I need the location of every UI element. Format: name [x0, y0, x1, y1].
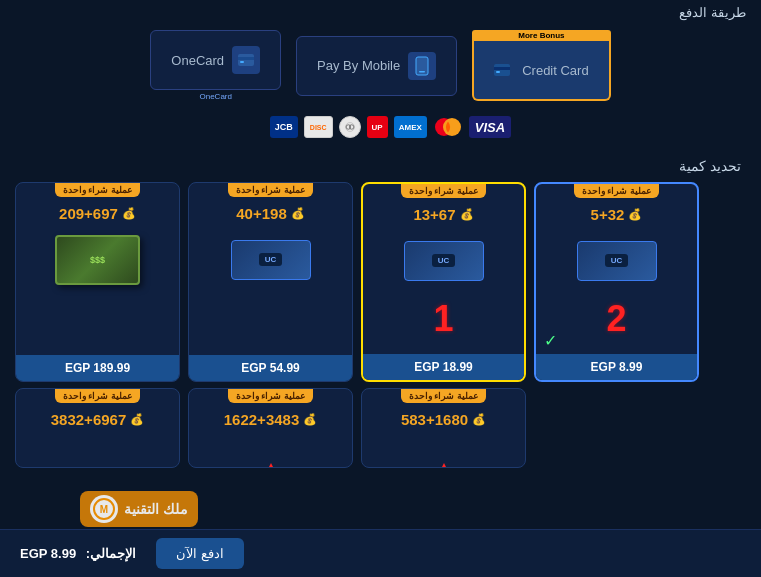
- onecard-option[interactable]: OneCard: [150, 30, 281, 90]
- uc-chip-icon: UC: [231, 240, 311, 280]
- uc-card-1[interactable]: عملية شراء واحدة 209+697 💰 $$$ EGP 189.9…: [15, 182, 180, 382]
- creditcard-wrapper: More Bonus Credit Card: [472, 30, 610, 101]
- bottom-amount-2: 1622+3483 💰: [224, 411, 318, 428]
- svg-point-12: [443, 118, 461, 136]
- uc-card-4[interactable]: عملية شراء واحدة 5+32 💰 UC EGP 8.99 ✓ 2: [534, 182, 699, 382]
- paymobile-option[interactable]: Pay By Mobile: [296, 36, 457, 96]
- bottom-card-2[interactable]: عملية شراء واحدة 1622+3483 💰: [188, 388, 353, 468]
- uc-image-3: UC: [399, 233, 489, 288]
- cash-image-1: $$$: [53, 232, 143, 287]
- uc-image-4: UC: [572, 233, 662, 288]
- mastercard-logo: [433, 117, 463, 137]
- bottom-badge-2: عملية شراء واحدة: [228, 389, 313, 403]
- svg-rect-6: [494, 67, 510, 70]
- bottom-cards-row: عملية شراء واحدة 3832+6967 💰 عملية شراء …: [0, 388, 761, 468]
- card-badge-3: عملية شراء واحدة: [401, 184, 486, 198]
- card-amount-3: 13+67 💰: [413, 206, 473, 223]
- onecard-label: OneCard: [171, 53, 224, 68]
- bottom-badge-1: عملية شراء واحدة: [55, 389, 140, 403]
- unionpay-logo: UP: [367, 116, 388, 138]
- jcb-logo: JCB: [270, 116, 298, 138]
- card-price-3: EGP 18.99: [363, 354, 524, 380]
- card-price-2: EGP 54.99: [189, 355, 352, 381]
- card-amount-4: 5+32 💰: [591, 206, 643, 223]
- cards-grid: عملية شراء واحدة 209+697 💰 $$$ EGP 189.9…: [0, 182, 761, 382]
- amex-logo: AMEX: [394, 116, 427, 138]
- card-amount-2: 40+198 💰: [236, 205, 304, 222]
- uc-card-2[interactable]: عملية شراء واحدة 40+198 💰 UC EGP 54.99: [188, 182, 353, 382]
- svg-text:M: M: [100, 504, 108, 515]
- more-bonus-tag: More Bonus: [472, 30, 610, 41]
- onecard-sub: OneCard: [150, 92, 281, 101]
- footer-total: الإجمالي: EGP 8.99: [20, 546, 136, 561]
- diners-logo: [339, 116, 361, 138]
- paymobile-icon: [408, 52, 436, 80]
- arrow-up-2: [255, 463, 287, 468]
- card-badge-4: عملية شراء واحدة: [574, 184, 659, 198]
- paymobile-label: Pay By Mobile: [317, 58, 400, 73]
- bottom-amount-3: 583+1680 💰: [401, 411, 486, 428]
- watermark-logo: M: [90, 495, 118, 523]
- creditcard-label: Credit Card: [522, 63, 588, 78]
- check-mark-4: ✓: [544, 331, 557, 350]
- bottom-amount-1: 3832+6967 💰: [51, 411, 145, 428]
- uc-chip-icon-4: UC: [577, 241, 657, 281]
- section-title: تحديد كمية: [0, 146, 761, 182]
- paymobile-wrapper: Pay By Mobile: [296, 36, 457, 96]
- uc-image-2: UC: [226, 232, 316, 287]
- creditcard-option[interactable]: Credit Card: [472, 41, 610, 101]
- cash-bundle-icon: $$$: [55, 235, 140, 285]
- card-badge-1: عملية شراء واحدة: [55, 183, 140, 197]
- svg-point-8: [345, 123, 354, 132]
- watermark-inner: M ملك التقنية: [80, 491, 198, 527]
- uc-chip-icon-3: UC: [404, 241, 484, 281]
- svg-rect-2: [240, 61, 244, 63]
- pay-now-button[interactable]: ادفع الآن: [156, 538, 244, 569]
- discover-logo: DISC: [304, 116, 333, 138]
- card-price-1: EGP 189.99: [16, 355, 179, 381]
- number-label-2: 2: [606, 298, 626, 340]
- payment-method-title: طريقة الدفع: [0, 0, 761, 20]
- arrow-up-3: [428, 463, 460, 468]
- watermark-text: ملك التقنية: [124, 501, 188, 517]
- visa-logo: VISA: [469, 116, 511, 138]
- onecard-icon: [232, 46, 260, 74]
- footer-bar: ادفع الآن الإجمالي: EGP 8.99: [0, 529, 761, 577]
- card-price-4: EGP 8.99: [536, 354, 697, 380]
- bottom-card-3[interactable]: عملية شراء واحدة 583+1680 💰: [361, 388, 526, 468]
- number-label-1: 1: [433, 298, 453, 340]
- svg-rect-4: [419, 71, 425, 73]
- payment-methods-row: OneCard OneCard Pay By Mobile More Bonus…: [0, 20, 761, 146]
- card-amount-1: 209+697 💰: [59, 205, 136, 222]
- card-logos-row: JCB DISC UP AMEX VISA: [270, 116, 511, 138]
- svg-rect-7: [496, 71, 500, 73]
- payment-title-text: طريقة الدفع: [679, 5, 746, 20]
- bottom-card-1[interactable]: عملية شراء واحدة 3832+6967 💰: [15, 388, 180, 468]
- card-badge-2: عملية شراء واحدة: [228, 183, 313, 197]
- bottom-badge-3: عملية شراء واحدة: [401, 389, 486, 403]
- uc-card-3[interactable]: عملية شراء واحدة 13+67 💰 UC EGP 18.99 1: [361, 182, 526, 382]
- onecard-wrapper: OneCard OneCard: [150, 30, 281, 101]
- watermark: M ملك التقنية: [80, 491, 198, 527]
- svg-rect-1: [238, 57, 254, 60]
